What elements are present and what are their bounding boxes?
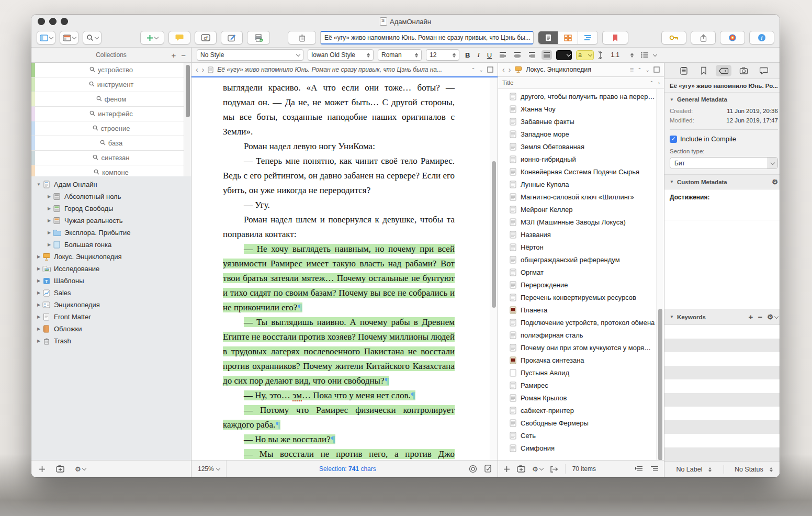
outliner-row[interactable]: Планета xyxy=(498,304,664,316)
bookmark-check-icon[interactable] xyxy=(484,465,491,473)
forward-arrow-icon[interactable]: › xyxy=(202,65,205,74)
general-metadata-header[interactable]: ▼ General Metadata xyxy=(664,93,780,106)
view-outline-button[interactable] xyxy=(578,31,597,44)
outliner-column-header[interactable]: Title ⌃ › xyxy=(498,77,664,89)
remove-keyword-button[interactable]: − xyxy=(758,312,762,321)
add-collection-button[interactable]: + xyxy=(171,51,176,60)
next-document-icon[interactable]: ⌄ xyxy=(479,67,483,73)
typewriter-scrolling-icon[interactable] xyxy=(469,465,477,473)
document-title-field[interactable]: Её «угу» живо напомнило Юнь. Роман не ср… xyxy=(320,31,534,44)
include-in-compile[interactable]: ✓ Include in Compile xyxy=(664,134,780,144)
section-type-select[interactable]: Бит xyxy=(670,157,778,169)
custom-metadata-header[interactable]: ▼ Custom Metadata ⚙ xyxy=(664,174,780,189)
outliner-row[interactable]: Перерождение xyxy=(498,278,664,291)
binder-item[interactable]: ▶Trash xyxy=(31,335,191,347)
binder-action-menu[interactable]: ⚙ xyxy=(75,465,86,473)
outliner-row[interactable]: ионно-гибридный xyxy=(498,153,664,165)
menu-icon[interactable]: ≡ xyxy=(630,66,634,74)
previous-document-icon[interactable]: ⌃ xyxy=(471,67,475,73)
outliner-row[interactable]: Почему они при этом кучкуются у моря… xyxy=(498,341,664,354)
export-icon[interactable] xyxy=(550,466,558,473)
add-keyword-button[interactable]: + xyxy=(749,312,753,321)
binder-item[interactable]: ▶Город Свободы xyxy=(31,203,191,215)
binder-item[interactable]: ▼Адам Онлайн xyxy=(31,178,191,190)
keywords-header[interactable]: ▼ Keywords + − ⚙ xyxy=(664,309,780,325)
outliner-row[interactable]: Названия xyxy=(498,228,664,241)
outliner-scrollbar[interactable] xyxy=(656,89,664,460)
status-select[interactable]: No Status xyxy=(724,466,780,473)
binder-item[interactable]: ▶TШаблоны xyxy=(31,275,191,287)
outliner-row[interactable]: общегражданский референдум xyxy=(498,253,664,266)
outliner-row[interactable]: МЗЛ (Машинные Заводы Локуса) xyxy=(498,216,664,228)
view-document-button[interactable] xyxy=(538,31,558,44)
outliner-row[interactable]: Свободные Фермеры xyxy=(498,417,664,429)
gear-icon[interactable]: ⚙ xyxy=(772,178,778,186)
collection-item[interactable]: база xyxy=(31,136,191,151)
targets-button[interactable] xyxy=(720,31,745,44)
tab-comments[interactable] xyxy=(756,65,772,76)
align-center-button[interactable] xyxy=(512,50,523,60)
binder-item[interactable]: ▶Front Matter xyxy=(31,311,191,323)
disclosure-triangle-icon[interactable]: ▶ xyxy=(46,242,52,247)
disclosure-triangle-icon[interactable]: ▶ xyxy=(36,315,42,319)
expand-all-icon[interactable] xyxy=(650,466,659,472)
zoom-select[interactable]: 125% xyxy=(191,461,227,477)
outliner-row[interactable]: Магнитно-силовой ключ «Шиллинг» xyxy=(498,190,664,203)
trash-button[interactable] xyxy=(288,31,316,44)
outliner-row[interactable]: Пустыня Авлид xyxy=(498,366,664,379)
outliner-row[interactable]: сабжект-принтер xyxy=(498,404,664,417)
editor-scrollbar[interactable] xyxy=(490,77,498,460)
keywords-menu[interactable]: ⚙ xyxy=(767,313,778,321)
line-spacing-icon[interactable] xyxy=(598,51,603,59)
add-folder-icon[interactable] xyxy=(517,465,525,473)
outliner-row[interactable]: Оргмат xyxy=(498,266,664,278)
font-variant-select[interactable]: Roman xyxy=(378,49,422,61)
footnote-button[interactable]: cf xyxy=(195,31,217,44)
add-item-button[interactable] xyxy=(140,31,164,44)
disclosure-triangle-icon[interactable]: ▶ xyxy=(36,254,42,259)
bold-button[interactable]: B xyxy=(464,51,471,59)
collection-item[interactable]: устройство xyxy=(31,63,191,77)
text-color-well[interactable] xyxy=(556,50,572,60)
checkbox-checked-icon[interactable]: ✓ xyxy=(670,136,677,143)
layouts-button[interactable] xyxy=(60,31,78,44)
font-size-select[interactable]: 12 xyxy=(426,49,459,61)
disclosure-triangle-icon[interactable]: ▶ xyxy=(46,218,52,223)
forward-arrow-icon[interactable]: › xyxy=(509,65,511,74)
outliner-row[interactable]: другого, чтобы получить право на перер… xyxy=(498,90,664,103)
binder-item[interactable]: ▶Исследование xyxy=(31,263,191,275)
align-right-button[interactable] xyxy=(527,50,537,60)
outliner-row[interactable]: Рамирес xyxy=(498,379,664,391)
outliner-row[interactable]: Роман Крылов xyxy=(498,391,664,404)
next-document-icon[interactable]: ⌄ xyxy=(646,67,650,73)
disclosure-triangle-icon[interactable]: ▶ xyxy=(46,194,52,199)
collection-item[interactable]: интерфейс xyxy=(31,107,191,121)
outliner-row[interactable]: Симфония xyxy=(498,442,664,454)
tab-notes[interactable] xyxy=(676,65,692,76)
tab-snapshots[interactable] xyxy=(736,65,752,76)
remove-collection-button[interactable]: − xyxy=(181,51,186,60)
binder-item[interactable]: ▶Чужая реальность xyxy=(31,215,191,227)
style-select[interactable]: No Style xyxy=(197,49,303,61)
outliner-row[interactable]: Мейронг Келлер xyxy=(498,203,664,216)
outliner-row[interactable]: Западное море xyxy=(498,128,664,140)
outliner-action-menu[interactable]: ⚙ xyxy=(532,465,543,473)
sort-ascending-icon[interactable]: ⌃ xyxy=(649,80,653,86)
add-document-icon[interactable] xyxy=(39,466,46,473)
collection-item[interactable]: инструмент xyxy=(31,77,191,92)
previous-document-icon[interactable]: ⌃ xyxy=(637,67,641,73)
outliner-row[interactable]: Земля Обетованная xyxy=(498,140,664,153)
binder-item[interactable]: ▶Локус. Энциклопедия xyxy=(31,251,191,263)
highlight-color-well[interactable]: a xyxy=(576,50,594,60)
disclosure-triangle-icon[interactable]: ▶ xyxy=(36,339,42,343)
outliner-row[interactable]: полиэфирная сталь xyxy=(498,329,664,341)
collection-item[interactable]: синтезан xyxy=(31,151,191,165)
info-button[interactable]: i xyxy=(749,31,774,44)
outliner-row[interactable]: Нёртон xyxy=(498,241,664,253)
outliner-row[interactable]: Лунные Купола xyxy=(498,178,664,190)
compose-button[interactable] xyxy=(221,31,243,44)
add-folder-icon[interactable] xyxy=(56,465,64,473)
outliner-row[interactable]: Жанна Чоу xyxy=(498,103,664,115)
compile-button[interactable] xyxy=(247,31,270,44)
disclosure-triangle-icon[interactable]: ▶ xyxy=(46,206,52,211)
